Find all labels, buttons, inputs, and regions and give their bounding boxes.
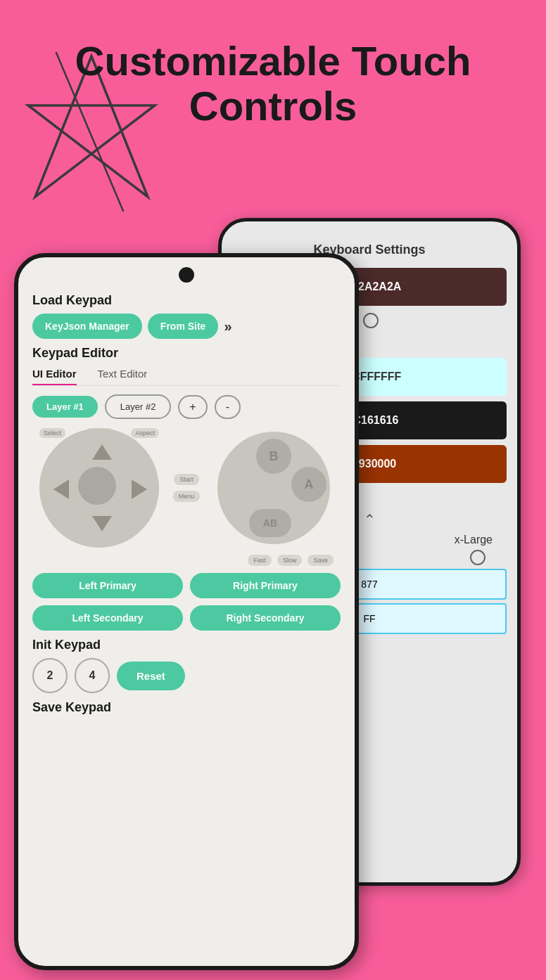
gamepad-center: Start Menu [173,474,201,502]
ab-button[interactable]: AB [249,509,291,537]
dpad-down-arrow[interactable] [92,516,112,531]
abxy-pad: B A AB [210,425,337,551]
init-num1-button[interactable]: 2 [32,658,68,693]
b-button[interactable]: B [256,439,291,474]
from-site-button[interactable]: From Site [148,314,219,339]
slow-button[interactable]: Slow [277,555,303,566]
keyjson-manager-button[interactable]: KeyJson Manager [32,314,142,339]
dpad-up-arrow[interactable] [92,444,112,460]
load-keypad-title: Load Keypad [32,293,341,308]
dpad-center [78,467,116,505]
right-primary-button[interactable]: Right Primary [190,573,341,598]
select-button[interactable]: Select [39,428,65,438]
gamepad-area: Select Layer2 Aspect Start [32,425,341,551]
bottom-buttons-grid: Left Primary Right Primary Left Secondar… [32,573,341,631]
init-keypad-title: Init Keypad [32,638,341,652]
reset-button[interactable]: Reset [117,662,185,690]
left-primary-button[interactable]: Left Primary [32,573,183,598]
init-num2-button[interactable]: 4 [75,658,110,693]
dpad-left-arrow[interactable] [53,479,69,499]
aspect-button[interactable]: Aspect [131,428,159,438]
layer-row: Layer #1 Layer #2 + - [32,394,341,419]
tab-ui-editor[interactable]: UI Editor [32,368,77,385]
layer2-button[interactable]: Layer #2 [105,394,172,419]
save-keypad-title: Save Keypad [32,700,341,715]
init-keypad-row: 2 4 Reset [32,658,341,693]
init-keypad-section: Init Keypad 2 4 Reset [32,638,341,693]
menu-button[interactable]: Menu [173,491,201,502]
add-layer-button[interactable]: + [178,395,207,419]
phone-camera-notch [179,267,194,283]
load-keypad-row: KeyJson Manager From Site » [32,314,341,339]
remove-layer-button[interactable]: - [215,395,241,419]
dpad-left: Select Layer2 Aspect [36,425,163,551]
a-button[interactable]: A [291,467,326,502]
save-button[interactable]: Save [307,555,334,566]
tab-text-editor[interactable]: Text Editor [98,368,148,385]
save-keypad-section: Save Keypad [32,700,341,715]
fast-button[interactable]: Fast [248,555,272,566]
dpad-right-arrow[interactable] [132,479,147,499]
front-phone: Load Keypad KeyJson Manager From Site » … [14,253,359,970]
size-xlarge-radio[interactable] [363,313,379,328]
start-button[interactable]: Start [174,474,198,485]
left-secondary-button[interactable]: Left Secondary [32,605,183,631]
right-secondary-button[interactable]: Right Secondary [190,605,341,631]
chevron-right-icon: » [224,318,231,335]
mini-buttons-row: Fast Slow Save [32,555,341,566]
layer1-button[interactable]: Layer #1 [32,396,98,418]
page-title: Customizable Touch Controls [35,39,511,129]
keypad-editor-title: Keypad Editor [32,346,341,361]
xlarge-radio-btn[interactable] [470,550,485,565]
editor-tabs: UI Editor Text Editor [32,368,341,386]
